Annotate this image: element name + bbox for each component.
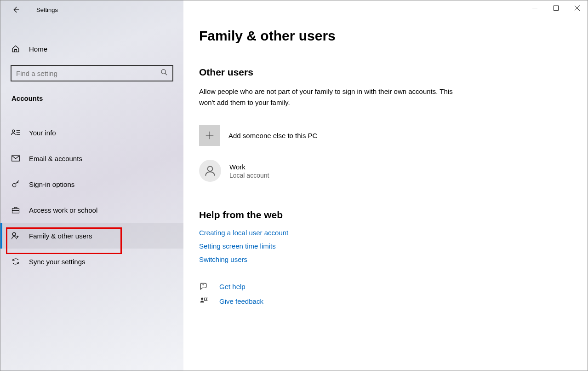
nav-label: Family & other users xyxy=(29,232,92,240)
avatar-icon xyxy=(199,160,221,182)
svg-point-5 xyxy=(12,232,16,236)
nav-item-family[interactable]: Family & other users xyxy=(0,223,183,249)
home-nav[interactable]: Home xyxy=(0,38,183,59)
window-controls xyxy=(524,0,588,15)
help-link-local-account[interactable]: Creating a local user account xyxy=(199,229,569,237)
briefcase-icon xyxy=(11,206,21,214)
maximize-button[interactable] xyxy=(545,0,566,15)
search-input[interactable] xyxy=(16,70,160,77)
sidebar: Settings Home Accounts Your info xyxy=(0,0,183,371)
svg-point-7 xyxy=(208,166,213,171)
nav-label: Email & accounts xyxy=(29,155,82,162)
nav-item-sync[interactable]: Sync your settings xyxy=(0,249,183,274)
feedback-icon xyxy=(199,296,209,306)
minimize-button[interactable] xyxy=(524,0,545,15)
nav-label: Access work or school xyxy=(29,206,97,214)
content-pane: Family & other users Other users Allow p… xyxy=(183,0,588,371)
category-header: Accounts xyxy=(0,81,183,110)
other-users-description: Allow people who are not part of your fa… xyxy=(199,86,457,108)
nav-label: Sign-in options xyxy=(29,180,74,188)
home-icon xyxy=(11,45,21,53)
get-help-link[interactable]: Get help xyxy=(219,283,245,290)
nav-label: Your info xyxy=(29,129,56,137)
chat-help-icon: ? xyxy=(199,282,209,291)
key-icon xyxy=(11,180,21,188)
nav-list: Your info Email & accounts Sign-in optio… xyxy=(0,120,183,274)
person-card-icon xyxy=(11,129,21,136)
nav-label: Sync your settings xyxy=(29,258,86,266)
feedback-row[interactable]: Give feedback xyxy=(199,296,569,306)
page-title: Family & other users xyxy=(199,28,569,44)
titlebar: Settings xyxy=(0,0,183,19)
svg-point-1 xyxy=(12,130,15,132)
user-name: Work xyxy=(229,163,269,171)
user-row[interactable]: Work Local account xyxy=(199,160,569,182)
add-user-label: Add someone else to this PC xyxy=(228,132,317,139)
people-add-icon xyxy=(11,232,21,240)
svg-rect-6 xyxy=(554,6,558,10)
mail-icon xyxy=(11,155,21,162)
plus-icon xyxy=(199,125,220,146)
nav-item-work[interactable]: Access work or school xyxy=(0,197,183,223)
nav-item-your-info[interactable]: Your info xyxy=(0,120,183,145)
help-link-switching[interactable]: Switching users xyxy=(199,255,569,263)
window-title: Settings xyxy=(36,6,58,13)
search-icon xyxy=(160,69,168,78)
close-button[interactable] xyxy=(566,0,588,15)
search-box[interactable] xyxy=(11,65,173,81)
home-label: Home xyxy=(29,45,47,53)
svg-point-0 xyxy=(161,70,166,74)
help-heading: Help from the web xyxy=(199,209,569,220)
nav-item-signin[interactable]: Sign-in options xyxy=(0,171,183,197)
back-button[interactable] xyxy=(9,3,23,17)
help-link-screen-time[interactable]: Setting screen time limits xyxy=(199,242,569,250)
svg-point-9 xyxy=(201,298,203,300)
svg-point-3 xyxy=(12,184,16,187)
user-subtitle: Local account xyxy=(229,172,269,179)
add-user-button[interactable]: Add someone else to this PC xyxy=(199,125,569,146)
get-help-row[interactable]: ? Get help xyxy=(199,282,569,291)
svg-text:?: ? xyxy=(202,283,204,287)
feedback-link[interactable]: Give feedback xyxy=(219,297,263,305)
sync-icon xyxy=(11,257,21,266)
other-users-heading: Other users xyxy=(199,67,569,78)
help-links: Creating a local user account Setting sc… xyxy=(199,229,569,263)
nav-item-email[interactable]: Email & accounts xyxy=(0,145,183,171)
